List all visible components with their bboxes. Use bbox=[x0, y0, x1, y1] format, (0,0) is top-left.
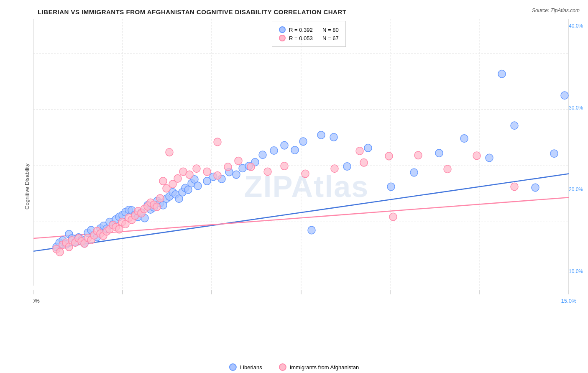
svg-point-140 bbox=[360, 159, 368, 167]
svg-point-132 bbox=[214, 171, 221, 179]
svg-point-145 bbox=[389, 213, 397, 221]
svg-point-80 bbox=[410, 169, 418, 176]
svg-point-69 bbox=[259, 151, 266, 159]
svg-point-125 bbox=[166, 148, 173, 156]
svg-point-88 bbox=[498, 70, 506, 78]
svg-point-90 bbox=[56, 248, 64, 256]
svg-point-65 bbox=[233, 171, 240, 179]
svg-point-143 bbox=[444, 165, 451, 173]
svg-point-73 bbox=[299, 138, 307, 146]
chart-title: LIBERIAN VS IMMIGRANTS FROM AFGHANISTAN … bbox=[33, 8, 580, 15]
chart-svg: 0.0% 15.0% bbox=[33, 19, 580, 342]
svg-point-127 bbox=[174, 175, 182, 183]
chart-container: LIBERIAN VS IMMIGRANTS FROM AFGHANISTAN … bbox=[0, 0, 588, 373]
svg-point-147 bbox=[356, 147, 363, 155]
bottom-dot-liberian bbox=[229, 363, 237, 371]
svg-point-123 bbox=[159, 177, 167, 185]
svg-point-135 bbox=[247, 163, 255, 171]
svg-point-72 bbox=[291, 146, 299, 154]
y-axis-label: Cognitive Disability bbox=[24, 164, 30, 209]
svg-point-84 bbox=[511, 122, 518, 130]
source-label: Source: ZipAtlas.com bbox=[532, 8, 580, 13]
svg-point-136 bbox=[264, 168, 271, 176]
svg-point-71 bbox=[281, 141, 288, 149]
svg-point-146 bbox=[511, 183, 518, 191]
svg-point-129 bbox=[186, 171, 193, 179]
svg-point-60 bbox=[194, 182, 202, 190]
svg-point-141 bbox=[385, 152, 393, 160]
svg-text:0.0%: 0.0% bbox=[33, 298, 40, 304]
svg-point-148 bbox=[214, 138, 221, 146]
svg-point-138 bbox=[302, 170, 309, 178]
svg-point-139 bbox=[331, 165, 338, 173]
svg-point-85 bbox=[532, 184, 539, 192]
chart-area: 0.0% 15.0% bbox=[33, 19, 580, 342]
svg-point-144 bbox=[473, 152, 481, 160]
svg-point-87 bbox=[561, 92, 568, 100]
svg-point-122 bbox=[156, 194, 164, 202]
svg-point-75 bbox=[317, 131, 325, 139]
bottom-dot-afghanistan bbox=[279, 363, 286, 371]
svg-point-133 bbox=[224, 163, 232, 171]
svg-point-131 bbox=[203, 168, 211, 176]
bottom-label-afghanistan: Immigrants from Afghanistan bbox=[290, 364, 359, 370]
svg-point-109 bbox=[115, 225, 123, 233]
svg-point-74 bbox=[308, 226, 315, 234]
bottom-legend-afghanistan: Immigrants from Afghanistan bbox=[279, 363, 359, 371]
bottom-label-liberian: Liberians bbox=[240, 364, 262, 370]
svg-point-78 bbox=[364, 144, 372, 152]
svg-point-86 bbox=[550, 150, 558, 158]
svg-point-76 bbox=[330, 133, 337, 141]
svg-point-77 bbox=[343, 163, 351, 171]
svg-point-81 bbox=[435, 149, 443, 157]
svg-point-121 bbox=[153, 203, 161, 211]
bottom-legend-liberian: Liberians bbox=[229, 363, 262, 371]
svg-point-142 bbox=[414, 151, 422, 159]
svg-point-70 bbox=[270, 147, 278, 155]
svg-point-82 bbox=[460, 135, 468, 143]
bottom-legend: Liberians Immigrants from Afghanistan bbox=[229, 363, 359, 371]
svg-point-137 bbox=[281, 162, 288, 170]
svg-point-83 bbox=[486, 154, 493, 162]
svg-text:15.0%: 15.0% bbox=[561, 298, 577, 304]
svg-point-134 bbox=[235, 157, 242, 165]
svg-point-130 bbox=[193, 165, 200, 173]
svg-point-79 bbox=[387, 183, 395, 191]
